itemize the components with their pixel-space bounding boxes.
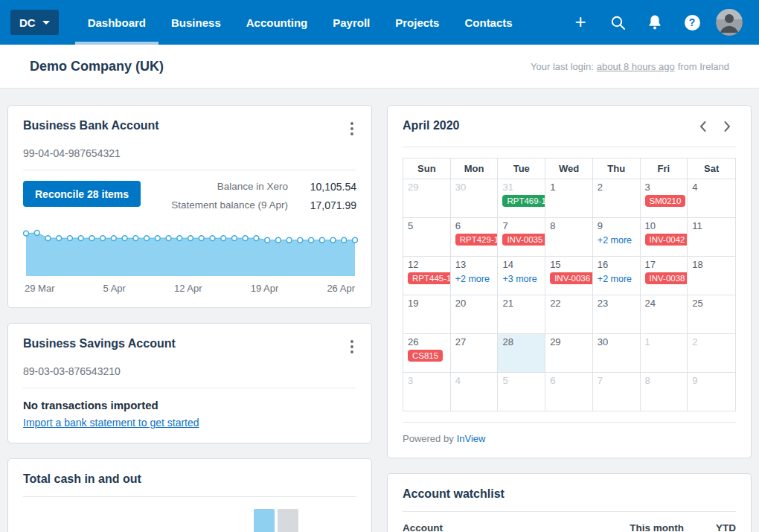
sparkline-x-axis: 29 Mar5 Apr12 Apr19 Apr26 Apr [23, 283, 356, 294]
calendar-event-badge[interactable]: INV-0042 [645, 234, 688, 246]
day-number: 16 [598, 259, 635, 270]
help-icon: ? [685, 15, 700, 31]
day-number: 4 [692, 182, 731, 193]
calendar-day: 3SM0210 [641, 179, 688, 217]
reconcile-button[interactable]: Reconcile 28 items [23, 181, 141, 207]
nav-item-business[interactable]: Business [158, 0, 234, 45]
powered-by-text: Powered by [403, 433, 454, 444]
savings-account-menu-button[interactable] [348, 337, 356, 359]
divider [23, 170, 356, 170]
import-statement-link[interactable]: Import a bank statement to get started [23, 417, 199, 429]
user-avatar[interactable] [716, 9, 743, 36]
weekday-header: Thu [593, 158, 641, 179]
calendar-next-button[interactable] [719, 119, 736, 136]
more-events-link[interactable]: +3 more [502, 274, 537, 284]
add-new-button[interactable]: + [567, 9, 594, 36]
nav-item-contacts[interactable]: Contacts [452, 0, 525, 45]
bank-account-menu-button[interactable] [348, 119, 356, 141]
more-events-link[interactable]: +2 more [598, 274, 632, 284]
calendar-week-row: 3456789 [403, 372, 735, 411]
calendar-prev-button[interactable] [694, 119, 711, 136]
nav-item-accounting[interactable]: Accounting [234, 0, 321, 45]
day-number: 8 [550, 220, 588, 231]
calendar-event-badge[interactable]: SM0210 [645, 195, 686, 207]
calendar-week-row: 56RPT429-17INV-003589+2 more10INV-004211 [403, 217, 735, 256]
calendar-event-badge[interactable]: INV-0036 [550, 272, 593, 284]
calendar-event-badge[interactable]: RPT429-1 [455, 234, 499, 246]
divider [23, 496, 356, 497]
search-button[interactable] [604, 9, 631, 36]
savings-account-card: Business Savings Account 89-03-03-876543… [7, 323, 372, 443]
navbar-actions: + ? [567, 9, 743, 36]
last-login-link[interactable]: about 8 hours ago [597, 61, 675, 72]
day-number: 24 [645, 298, 683, 309]
sparkline-point [353, 237, 358, 243]
sparkline-point [111, 236, 116, 241]
day-number: 2 [598, 182, 635, 193]
calendar-day: 1 [545, 179, 593, 217]
bank-balances: Balance in Xero 10,105.54 Statement bala… [171, 181, 356, 218]
more-events-link[interactable]: +2 more [455, 274, 490, 284]
day-number: 25 [692, 298, 731, 309]
calendar-day: 16+2 more [593, 256, 641, 295]
sparkline-point [309, 237, 314, 243]
day-number: 13 [455, 259, 493, 270]
calendar-event-badge[interactable]: RPT445-1 [408, 272, 451, 284]
sparkline-point [275, 237, 281, 243]
calendar-day: 24 [641, 295, 688, 333]
last-login-suffix: from Ireland [678, 61, 729, 72]
calendar-day: 9+2 more [593, 217, 641, 256]
calendar-event-badge[interactable]: RPT469-1 [502, 195, 545, 207]
day-number: 14 [502, 259, 540, 270]
calendar-event-badge[interactable]: INV-0035 [502, 234, 545, 246]
sparkline-point [298, 237, 303, 243]
nav-item-payroll[interactable]: Payroll [320, 0, 382, 45]
calendar-day: 7 [593, 372, 641, 411]
notifications-button[interactable] [641, 9, 668, 36]
calendar-day: 30 [593, 333, 641, 372]
sparkline-point [330, 237, 336, 243]
calendar-event-badge[interactable]: INV-0038 [645, 272, 688, 284]
more-events-link[interactable]: +2 more [598, 235, 632, 246]
sparkline-point [122, 236, 127, 241]
weekday-header: Fri [641, 158, 688, 179]
day-number: 29 [550, 336, 588, 347]
calendar-day: 4 [451, 372, 499, 411]
day-number: 4 [455, 375, 493, 386]
calendar-nav [694, 119, 736, 136]
calendar-day: 6 [545, 372, 593, 411]
calendar-day: 31RPT469-1 [498, 179, 545, 217]
statement-balance-value: 17,071.99 [288, 199, 356, 211]
divider [403, 147, 736, 147]
search-icon [610, 15, 626, 31]
day-number: 3 [645, 182, 683, 193]
calendar-day: 29 [545, 333, 593, 372]
x-tick-label: 26 Apr [327, 283, 355, 294]
org-switcher-button[interactable]: DC [10, 10, 59, 35]
calendar-day: 22 [545, 295, 593, 333]
watchlist-header-row: AccountThis monthYTD [403, 522, 736, 532]
day-number: 21 [502, 298, 540, 309]
sparkline-svg [23, 228, 358, 276]
statement-balance-label: Statement balance (9 Apr) [171, 199, 288, 211]
calendar-grid: SunMonTueWedThuFriSat293031RPT469-1123SM… [403, 158, 736, 411]
sparkline-point [232, 236, 237, 241]
sparkline-point [188, 236, 193, 241]
kebab-icon [350, 340, 353, 353]
help-button[interactable]: ? [679, 9, 705, 36]
calendar-day: 5 [498, 372, 545, 411]
calendar-event-badge[interactable]: CS815 [408, 350, 443, 362]
day-number: 31 [502, 182, 540, 193]
day-number: 11 [692, 220, 731, 231]
day-number: 7 [598, 375, 635, 386]
bank-account-number: 99-04-04-987654321 [23, 147, 356, 159]
day-number: 7 [502, 220, 540, 231]
total-cash-card: Total cash in and out [7, 458, 372, 532]
weekday-header: Tue [498, 158, 545, 179]
nav-item-projects[interactable]: Projects [382, 0, 452, 45]
day-number: 30 [598, 336, 635, 347]
calendar-weekday-row: SunMonTueWedThuFriSat [403, 158, 735, 179]
nav-item-dashboard[interactable]: Dashboard [75, 0, 158, 45]
weekday-header: Wed [545, 158, 593, 179]
inview-link[interactable]: InView [457, 433, 486, 444]
